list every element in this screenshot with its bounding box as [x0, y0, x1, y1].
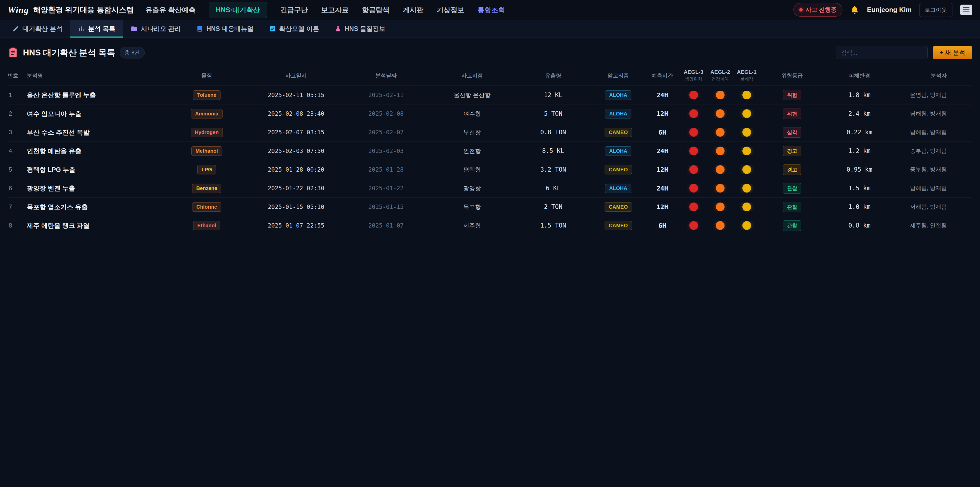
- aegl2-indicator: [716, 109, 724, 118]
- accident-location: 인천항: [430, 147, 514, 155]
- tab-hns-manual[interactable]: HNS 대응매뉴얼: [189, 20, 261, 38]
- nav-item-board[interactable]: 게시판: [403, 5, 423, 14]
- damage-radius: 0.95 km: [824, 166, 894, 173]
- substance-badge: Chlorine: [192, 202, 221, 212]
- prediction-time: 12H: [644, 203, 680, 211]
- tab-label: HNS 물질정보: [345, 24, 386, 33]
- hamburger-menu-button[interactable]: [960, 5, 972, 15]
- substance-badge: Ethanol: [193, 221, 220, 230]
- aegl3-indicator: [689, 147, 698, 155]
- aegl2-indicator: [716, 221, 724, 230]
- substance-badge: LPG: [197, 165, 216, 174]
- risk-badge: 관찰: [783, 220, 801, 231]
- analyst: 남해팀, 방재팀: [894, 184, 972, 192]
- app-title: 해양환경 위기대응 통합시스템: [33, 5, 134, 15]
- substance-badge: Hydrogen: [191, 128, 223, 137]
- row-number: 6: [8, 185, 27, 192]
- analysis-name: 광양항 벤젠 누출: [27, 184, 163, 193]
- nav-item-emergency-rescue[interactable]: 긴급구난: [280, 5, 308, 14]
- table-row[interactable]: 2 여수 암모니아 누출 Ammonia 2025-02-08 23:40 20…: [8, 104, 972, 123]
- table-header-row: 번호 분석명 물질 사고일시 분석날짜 사고지점 유출량 알고리즘 예측시간 A…: [8, 65, 972, 86]
- aegl2-indicator: [716, 91, 724, 99]
- prediction-time: 12H: [644, 110, 680, 118]
- spill-amount: 3.2 TON: [514, 166, 592, 173]
- aegl2-indicator: [716, 203, 724, 211]
- tab-analysis-list[interactable]: 분석 목록: [70, 20, 123, 38]
- prediction-time: 24H: [644, 185, 680, 192]
- tab-diffusion-analysis[interactable]: 대기확산 분석: [5, 20, 70, 38]
- analysis-name: 목포항 염소가스 유출: [27, 203, 163, 211]
- nav-item-hns-diffusion[interactable]: HNS·대기확산: [209, 2, 267, 18]
- nav-item-aerial-search[interactable]: 항공탐색: [362, 5, 390, 14]
- accident-datetime: 2025-02-03 07:50: [250, 148, 342, 154]
- analysis-name: 부산 수소 추진선 폭발: [27, 128, 163, 137]
- analysis-date: 2025-02-03: [342, 148, 430, 154]
- nav-item-weather-info[interactable]: 기상정보: [437, 5, 464, 14]
- col-aegl1: AEGL-1 불쾌감: [733, 69, 760, 82]
- analyst: 서해팀, 방재팀: [894, 203, 972, 211]
- analysis-table: 번호 분석명 물질 사고일시 분석날짜 사고지점 유출량 알고리즘 예측시간 A…: [0, 65, 980, 235]
- aegl2-indicator: [716, 184, 724, 193]
- accident-location: 목포항: [430, 203, 514, 211]
- table-row[interactable]: 8 제주 에탄올 탱크 파열 Ethanol 2025-01-07 22:55 …: [8, 216, 972, 235]
- nav-item-spill-prediction[interactable]: 유출유 확산예측: [145, 5, 196, 14]
- damage-radius: 0.22 km: [824, 129, 894, 136]
- risk-badge: 경고: [783, 146, 801, 156]
- table-row[interactable]: 4 인천항 메탄올 유출 Methanol 2025-02-03 07:50 2…: [8, 142, 972, 160]
- row-number: 3: [8, 129, 27, 136]
- table-row[interactable]: 1 울산 온산항 톨루엔 누출 Toluene 2025-02-11 05:15…: [8, 86, 972, 104]
- table-row[interactable]: 7 목포항 염소가스 유출 Chlorine 2025-01-15 05:10 …: [8, 198, 972, 216]
- aegl1-indicator: [742, 165, 751, 174]
- analyst: 제주팀, 안전팀: [894, 222, 972, 229]
- accident-datetime: 2025-01-15 05:10: [250, 204, 342, 210]
- brand: Wing 해양환경 위기대응 통합시스템: [8, 5, 134, 15]
- nav-item-integrated-search[interactable]: 통합조회: [477, 5, 505, 14]
- col-substance: 물질: [163, 72, 250, 79]
- app-logo: Wing: [8, 5, 29, 15]
- tab-model-theory[interactable]: 확산모델 이론: [261, 20, 327, 38]
- prediction-time: 12H: [644, 166, 680, 173]
- logout-button[interactable]: 로그아웃: [919, 3, 953, 17]
- algorithm-badge: CAMEO: [605, 221, 632, 230]
- damage-radius: 1.2 km: [824, 147, 894, 155]
- tab-label: 확산모델 이론: [279, 24, 319, 33]
- risk-badge: 관찰: [783, 183, 801, 193]
- analyst: 운영팀, 방재팀: [894, 91, 972, 99]
- algorithm-badge: CAMEO: [605, 165, 632, 174]
- tab-label: 대기확산 분석: [22, 24, 62, 33]
- table-row[interactable]: 5 평택항 LPG 누출 LPG 2025-01-28 00:20 2025-0…: [8, 160, 972, 179]
- analysis-date: 2025-02-07: [342, 129, 430, 136]
- risk-badge: 관찰: [783, 202, 801, 212]
- search-input[interactable]: [836, 46, 928, 59]
- accident-datetime: 2025-01-07 22:55: [250, 222, 342, 229]
- accident-location: 울산항 온산항: [430, 91, 514, 99]
- col-risk-grade: 위험등급: [760, 72, 824, 79]
- aegl1-indicator: [742, 128, 751, 137]
- aegl2-indicator: [716, 128, 724, 137]
- damage-radius: 1.5 km: [824, 185, 894, 192]
- aegl2-indicator: [716, 147, 724, 155]
- new-analysis-button[interactable]: + 새 분석: [933, 46, 972, 59]
- aegl3-indicator: [689, 203, 698, 211]
- folder-icon: [130, 25, 138, 32]
- user-name: Eunjeong Kim: [867, 6, 912, 14]
- row-number: 1: [8, 91, 27, 99]
- sub-tab-bar: 대기확산 분석 분석 목록 시나리오 관리 HNS 대응매뉴얼 확산모델 이론 …: [0, 20, 980, 38]
- aegl1-indicator: [742, 109, 751, 118]
- total-count-badge: 총 8건: [120, 47, 145, 59]
- table-row[interactable]: 6 광양항 벤젠 누출 Benzene 2025-01-22 02:30 202…: [8, 179, 972, 198]
- risk-badge: 위험: [783, 109, 801, 119]
- row-number: 5: [8, 166, 27, 173]
- spill-amount: 1.5 TON: [514, 222, 592, 229]
- col-accident-location: 사고지점: [430, 72, 514, 79]
- aegl3-indicator: [689, 165, 698, 174]
- tab-scenario-management[interactable]: 시나리오 관리: [123, 20, 189, 38]
- nav-item-reports[interactable]: 보고자료: [321, 5, 348, 14]
- table-row[interactable]: 3 부산 수소 추진선 폭발 Hydrogen 2025-02-07 03:15…: [8, 123, 972, 142]
- page-header-actions: + 새 분석: [836, 46, 972, 59]
- main-nav: 유출유 확산예측 HNS·대기확산 긴급구난 보고자료 항공탐색 게시판 기상정…: [145, 2, 505, 18]
- analysis-date: 2025-01-15: [342, 204, 430, 210]
- tab-hns-substance-info[interactable]: HNS 물질정보: [327, 20, 393, 38]
- analyst: 남해팀, 방재팀: [894, 128, 972, 136]
- notification-bell-icon[interactable]: [850, 5, 859, 14]
